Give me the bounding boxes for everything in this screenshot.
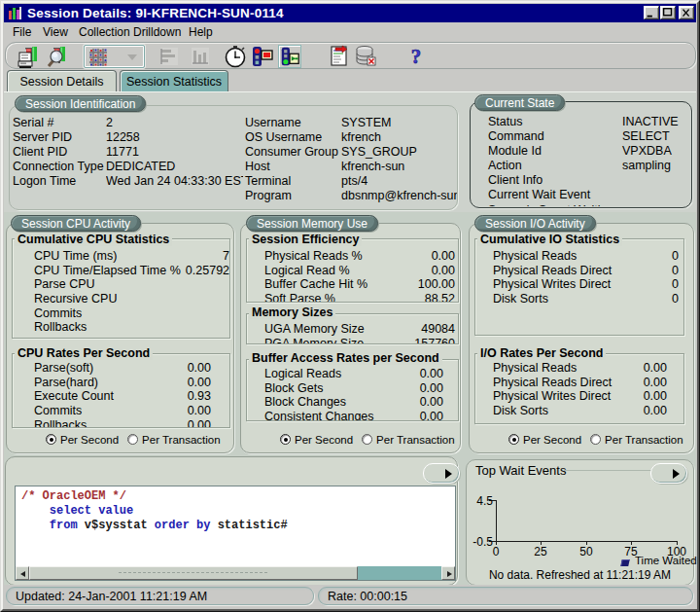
field-row: Program dbsnmp@kfrench-sun (TNS V1-V3) bbox=[10, 189, 457, 203]
menu-help[interactable]: Help bbox=[187, 24, 215, 40]
stat-value: 0.00 bbox=[325, 367, 443, 380]
stat-row: Parse(hard) 0.00 bbox=[13, 376, 229, 390]
stat-value: 0 bbox=[553, 249, 679, 263]
scroll-right-button[interactable] bbox=[441, 566, 455, 580]
stat-label: Parse(hard) bbox=[34, 376, 98, 389]
stat-label: Recursive CPU bbox=[34, 292, 117, 306]
stat-row: Block Gets 0.00 bbox=[247, 381, 458, 396]
sql-expand-button[interactable] bbox=[423, 463, 460, 484]
field-row: Host kfrench-sun bbox=[10, 160, 457, 174]
chart-expand-button[interactable] bbox=[650, 463, 687, 484]
cumulative-io-statistics-title: Cumulative IO Statistics bbox=[477, 233, 622, 246]
app-icon bbox=[7, 6, 22, 20]
field-label: Program bbox=[245, 189, 292, 202]
stat-value: 100.00 bbox=[325, 277, 455, 291]
scrollbar-track[interactable] bbox=[358, 566, 441, 580]
field-row: Client Info bbox=[472, 173, 689, 188]
stat-row: Logical Reads 0.00 bbox=[247, 367, 458, 381]
stat-label: Commits bbox=[34, 306, 82, 320]
preview-report-button[interactable] bbox=[47, 45, 70, 68]
field-value: sampling bbox=[622, 159, 671, 172]
per-second-label: Per Second bbox=[295, 434, 353, 446]
chart-horizontal-button[interactable] bbox=[158, 45, 181, 68]
per-transaction-label: Per Transaction bbox=[605, 434, 683, 446]
stat-value: 49084 bbox=[325, 322, 455, 336]
close-button[interactable] bbox=[679, 6, 694, 19]
help-button[interactable]: ? bbox=[404, 45, 428, 68]
current-state-rows: Status INACTIVE Command SELECT Module Id… bbox=[472, 115, 689, 206]
scroll-left-button[interactable] bbox=[16, 566, 29, 580]
io-rates-per-second-box: Physical Reads 0.00 Physical Reads Direc… bbox=[474, 353, 684, 424]
per-transaction-label: Per Transaction bbox=[142, 434, 221, 446]
table-grid-icon bbox=[88, 48, 108, 67]
field-label: Client Info bbox=[488, 173, 542, 187]
field-label: Terminal bbox=[245, 174, 291, 188]
stat-value: 0.00 bbox=[553, 361, 667, 375]
stat-row: Disk Sorts 0 bbox=[475, 292, 683, 306]
pause-collection-button[interactable] bbox=[251, 45, 274, 68]
report-button[interactable] bbox=[328, 45, 351, 68]
menu-bar: File View Collection Drilldown Help bbox=[4, 22, 696, 41]
stat-value: 0.00 bbox=[325, 395, 443, 409]
sql-horizontal-scrollbar[interactable] bbox=[16, 566, 455, 580]
menu-drilldown[interactable]: Drilldown bbox=[131, 24, 183, 40]
per-second-radio[interactable] bbox=[280, 434, 291, 445]
field-value: kfrench bbox=[341, 130, 458, 144]
cumulative-cpu-statistics-title: Cumulative CPU Statistics bbox=[15, 233, 172, 246]
menu-file[interactable]: File bbox=[11, 24, 33, 40]
session-memory-use-panel: Session Efficiency Physical Reads % 0.00… bbox=[240, 223, 461, 453]
io-rate-mode-radios: Per Second Per Transaction bbox=[508, 433, 692, 446]
field-label: Command bbox=[488, 129, 544, 143]
stat-value: 0.00 bbox=[325, 381, 443, 395]
session-cpu-activity-header: Session CPU Activity bbox=[11, 215, 141, 232]
cumulative-cpu-statistics-box: CPU Time (ms) 72 CPU Time/Elapsed Time %… bbox=[12, 238, 230, 339]
session-efficiency-title: Session Efficiency bbox=[249, 233, 362, 246]
chart-vertical-button[interactable] bbox=[189, 45, 212, 68]
session-io-activity-panel: Cumulative IO Statistics Physical Reads … bbox=[469, 223, 694, 453]
stat-row: Soft Parse % 88.52 bbox=[247, 292, 458, 303]
maximize-button[interactable] bbox=[660, 6, 676, 19]
stat-value: 0.00 bbox=[325, 410, 443, 421]
minimize-button[interactable] bbox=[644, 6, 659, 19]
status-updated: Updated: 24-Jan-2001 11:21:19 AM bbox=[6, 587, 314, 605]
sql-text-box[interactable]: /* OracleOEM */ select value from v$syss… bbox=[15, 486, 456, 581]
stat-label: Parse(soft) bbox=[34, 361, 93, 375]
session-details-window: Session Details: 9I-KFRENCH-SUN-0114 Fil… bbox=[0, 0, 700, 612]
field-value: SYS_GROUP bbox=[341, 145, 458, 159]
stat-row: Physical Reads Direct 0.00 bbox=[475, 376, 683, 390]
field-label: Action bbox=[488, 159, 522, 172]
stat-value: 0.00 bbox=[553, 389, 667, 403]
resume-collection-button[interactable] bbox=[278, 45, 301, 68]
per-transaction-radio[interactable] bbox=[590, 434, 601, 445]
field-label: OS Username bbox=[245, 130, 322, 144]
stat-row: Rollbacks bbox=[13, 320, 229, 335]
tab-session-statistics[interactable]: Session Statistics bbox=[120, 70, 228, 91]
stat-row: Buffer Cache Hit % 100.00 bbox=[247, 277, 458, 292]
field-value: dbsnmp@kfrench-sun (TNS V1-V3) bbox=[341, 189, 458, 202]
stat-value: 0.00 bbox=[325, 249, 455, 263]
per-transaction-radio[interactable] bbox=[362, 434, 372, 445]
tab-session-details[interactable]: Session Details bbox=[7, 70, 117, 91]
menu-view[interactable]: View bbox=[41, 24, 70, 40]
stat-value: 0 bbox=[553, 264, 679, 277]
cpu-rates-per-second-title: CPU Rates Per Second bbox=[15, 346, 153, 360]
right-arrow-icon bbox=[673, 469, 680, 479]
scrollbar-thumb[interactable] bbox=[29, 566, 358, 580]
field-row: Current Wait Event bbox=[472, 188, 689, 202]
table-view-button[interactable] bbox=[84, 45, 145, 68]
session-io-activity-header: Session I/O Activity bbox=[474, 215, 596, 232]
table-view-dropdown-arrow[interactable] bbox=[127, 54, 137, 60]
per-second-radio[interactable] bbox=[508, 434, 519, 445]
per-transaction-radio[interactable] bbox=[127, 434, 138, 445]
history-clock-button[interactable] bbox=[224, 45, 247, 68]
session-identification-group: Serial # 2 Server PID 12258 Client PID 1… bbox=[9, 105, 458, 210]
toolbar: ? bbox=[5, 42, 696, 69]
menu-collection[interactable]: Collection bbox=[77, 24, 132, 40]
stat-value: 157760 bbox=[325, 337, 455, 344]
stat-row: Parse CPU 1 bbox=[13, 277, 229, 292]
field-row: Status INACTIVE bbox=[472, 115, 689, 129]
per-second-radio[interactable] bbox=[46, 434, 56, 445]
database-button[interactable] bbox=[354, 45, 377, 68]
stat-row: Commits 0.00 bbox=[13, 404, 229, 418]
print-report-button[interactable] bbox=[18, 45, 41, 68]
